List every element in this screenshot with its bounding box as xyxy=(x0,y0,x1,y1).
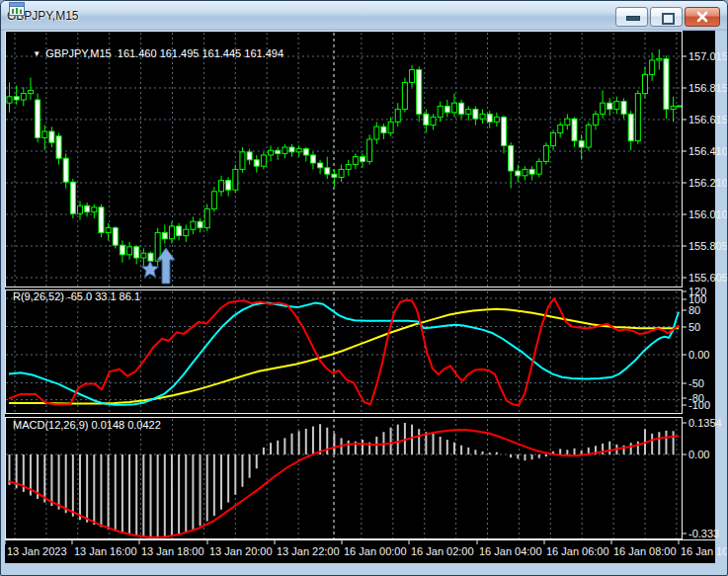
candle-body xyxy=(226,181,231,191)
candle-body xyxy=(204,208,209,227)
candle-body xyxy=(551,133,556,146)
candle-body xyxy=(487,114,492,122)
time-label: 16 Jan 08:00 xyxy=(613,545,677,557)
candle-body xyxy=(353,157,358,165)
candle-body xyxy=(473,110,478,120)
candle-body xyxy=(395,110,400,123)
price-label: 155.805 xyxy=(688,240,728,252)
candle-body xyxy=(346,165,351,170)
candle-body xyxy=(339,169,344,177)
title-bar[interactable]: GBPJPY,M15 xyxy=(1,1,727,31)
candle-body xyxy=(7,97,12,103)
time-label: 13 Jan 20:00 xyxy=(209,545,273,557)
candle-body xyxy=(162,232,167,238)
mt4-chart-window: GBPJPY,M15 ▼GBPJPY,M15 161.460 161.495 1… xyxy=(0,0,728,576)
candle-body xyxy=(480,114,485,119)
candle-body xyxy=(558,125,563,133)
candle-body xyxy=(276,150,281,153)
candle-body xyxy=(106,228,111,233)
candle-body xyxy=(318,163,323,168)
candle-body xyxy=(367,139,372,161)
candle-body xyxy=(431,118,436,125)
candle-body xyxy=(509,145,514,171)
minimize-button[interactable] xyxy=(615,7,648,27)
oscillator-legend: R(9,26,52) -65.0 33.1 86.1 xyxy=(13,290,140,302)
candle-body xyxy=(361,157,365,162)
candle-body xyxy=(494,118,499,123)
candle-body xyxy=(572,119,577,140)
candle-body xyxy=(607,103,612,109)
candle-body xyxy=(240,152,245,170)
candle-body xyxy=(621,102,626,115)
candle-body xyxy=(650,60,655,74)
price-label: 0.00 xyxy=(688,349,709,361)
candle-body xyxy=(529,169,534,174)
candle-body xyxy=(254,160,259,166)
candle-body xyxy=(516,171,521,176)
minimize-icon xyxy=(626,16,640,21)
candle-body xyxy=(261,155,266,166)
candle-body xyxy=(523,169,527,175)
candle-body xyxy=(28,90,33,93)
restore-icon xyxy=(662,13,675,25)
candle-body xyxy=(70,182,75,213)
candle-body xyxy=(417,70,422,115)
symbol-dropdown-icon[interactable]: ▼ xyxy=(33,49,40,58)
time-label: 16 Jan 00:00 xyxy=(344,545,407,557)
candle-body xyxy=(459,103,464,114)
candle-body xyxy=(21,94,26,100)
candle-body xyxy=(671,106,676,109)
close-button[interactable] xyxy=(685,7,720,27)
candle-body xyxy=(269,150,274,155)
time-label: 16 Jan 04:00 xyxy=(479,545,542,557)
candle-body xyxy=(78,206,83,213)
candle-body xyxy=(63,158,68,182)
candle-body xyxy=(127,247,132,255)
candle-body xyxy=(184,229,189,235)
macd-legend: MACD(12,26,9) 0.0148 0.0422 xyxy=(13,419,161,431)
candle-body xyxy=(85,206,90,211)
price-label: -100 xyxy=(688,399,710,411)
candle-body xyxy=(374,126,379,139)
candle-body xyxy=(191,221,196,229)
candle-body xyxy=(219,181,224,192)
price-label: -0.333 xyxy=(688,528,719,539)
close-icon xyxy=(686,8,719,26)
candle-body xyxy=(141,253,146,258)
price-label: 157.015 xyxy=(688,50,728,62)
candle-body xyxy=(536,161,541,174)
candle-body xyxy=(247,152,252,160)
candle-body xyxy=(211,192,216,209)
price-label: 156.410 xyxy=(688,145,728,157)
time-label: 13 Jan 16:00 xyxy=(74,545,137,557)
candle-body xyxy=(14,97,19,100)
candle-body xyxy=(325,168,330,174)
candle-body xyxy=(198,221,202,227)
candle-body xyxy=(303,149,308,155)
candle-body xyxy=(466,110,471,115)
chart-app-icon xyxy=(9,1,25,17)
candle-body xyxy=(120,245,124,255)
candle-body xyxy=(56,136,61,158)
candle-body xyxy=(177,226,182,236)
time-label: 13 Jan 2023 xyxy=(7,545,67,557)
candle-body xyxy=(614,102,619,110)
candle-body xyxy=(42,131,47,137)
candle-body xyxy=(586,125,591,147)
candle-body xyxy=(36,100,40,137)
candle-body xyxy=(445,106,449,112)
candle-body xyxy=(643,74,648,93)
candle-body xyxy=(579,141,584,147)
candle-body xyxy=(565,119,570,124)
candle-body xyxy=(283,147,287,153)
price-label: 156.815 xyxy=(688,82,728,94)
candle-body xyxy=(402,82,407,109)
candle-body xyxy=(424,114,429,124)
candle-body xyxy=(148,253,153,261)
price-label: 156.210 xyxy=(688,177,728,189)
price-label: 0.00 xyxy=(688,449,709,460)
restore-button[interactable] xyxy=(650,7,683,27)
candle-body xyxy=(635,94,640,141)
candle-body xyxy=(657,58,662,60)
time-label: 16 Jan 06:00 xyxy=(546,545,609,557)
